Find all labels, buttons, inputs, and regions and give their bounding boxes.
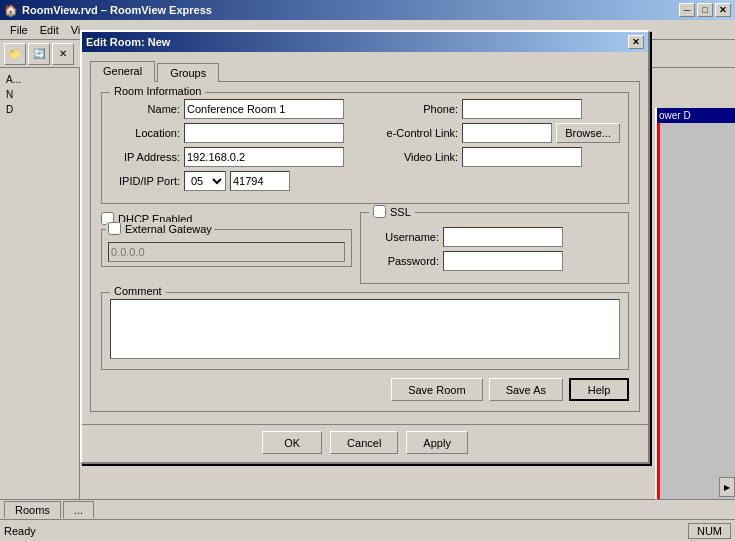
tab-general[interactable]: General [90, 61, 155, 82]
ssl-group: SSL Username: Password: [360, 212, 629, 284]
phone-input[interactable] [462, 99, 582, 119]
dialog-titlebar: Edit Room: New ✕ [82, 32, 648, 52]
dialog-bottom-buttons: OK Cancel Apply [82, 424, 648, 462]
dialog-title: Edit Room: New [86, 36, 170, 48]
external-gateway-label: External Gateway [125, 223, 212, 235]
external-gateway-checkbox[interactable] [108, 222, 121, 235]
lower-section: DHCP Enabled External Gateway [101, 212, 629, 284]
tab-groups[interactable]: Groups [157, 63, 219, 82]
video-row: Video Link: [368, 147, 620, 167]
phone-row: Phone: [368, 99, 620, 119]
location-input[interactable] [184, 123, 344, 143]
username-row: Username: [369, 227, 620, 247]
ssl-checkbox[interactable] [373, 205, 386, 218]
comment-label: Comment [110, 285, 166, 297]
location-label: Location: [110, 127, 180, 139]
room-info-group: Room Information Name: [101, 92, 629, 204]
browse-button[interactable]: Browse... [556, 123, 620, 143]
ip-input[interactable] [184, 147, 344, 167]
comment-group: Comment [101, 292, 629, 370]
econtrol-input[interactable] [462, 123, 552, 143]
apply-button[interactable]: Apply [406, 431, 468, 454]
tab-content-general: Room Information Name: [90, 81, 640, 412]
room-info-cols: Name: Location: IP Addre [110, 99, 620, 195]
main-window: 🏠 RoomView.rvd – RoomView Express ─ □ ✕ … [0, 0, 735, 541]
dialog-save-actions: Save Room Save As Help [101, 378, 629, 401]
username-input[interactable] [443, 227, 563, 247]
gateway-input[interactable] [108, 242, 345, 262]
ipid-label: IPID/IP Port: [110, 175, 180, 187]
video-input[interactable] [462, 147, 582, 167]
gateway-input-row [108, 242, 345, 262]
ssl-label: SSL [390, 206, 411, 218]
lower-left: DHCP Enabled External Gateway [101, 212, 352, 284]
room-info-left: Name: Location: IP Addre [110, 99, 360, 195]
port-input[interactable] [230, 171, 290, 191]
edit-room-dialog: Edit Room: New ✕ General Groups Room Inf… [80, 30, 650, 464]
ok-button[interactable]: OK [262, 431, 322, 454]
external-gateway-checkbox-label[interactable]: External Gateway [106, 222, 214, 235]
name-row: Name: [110, 99, 360, 119]
password-label: Password: [369, 255, 439, 267]
ssl-fields: Username: Password: [369, 227, 620, 271]
room-info-label: Room Information [110, 85, 205, 97]
save-as-button[interactable]: Save As [489, 378, 563, 401]
video-label: Video Link: [368, 151, 458, 163]
econtrol-label: e-Control Link: [368, 127, 458, 139]
password-row: Password: [369, 251, 620, 271]
name-label: Name: [110, 103, 180, 115]
room-info-right: Phone: e-Control Link: Browse... [368, 99, 620, 195]
dialog-tabs: General Groups [90, 60, 640, 81]
ipid-select[interactable]: 01020304 05060708 [184, 171, 226, 191]
econtrol-row: e-Control Link: Browse... [368, 123, 620, 143]
name-input[interactable] [184, 99, 344, 119]
comment-textarea[interactable] [110, 299, 620, 359]
location-row: Location: [110, 123, 360, 143]
dialog-close-button[interactable]: ✕ [628, 35, 644, 49]
external-gateway-group: External Gateway [101, 229, 352, 267]
dialog-body: General Groups Room Information [82, 52, 648, 420]
phone-label: Phone: [368, 103, 458, 115]
dialog-overlay: Edit Room: New ✕ General Groups Room Inf… [0, 0, 735, 541]
cancel-button[interactable]: Cancel [330, 431, 398, 454]
ssl-label-row: SSL [369, 205, 415, 218]
ipid-row: IPID/IP Port: 01020304 05060708 [110, 171, 360, 191]
save-room-button[interactable]: Save Room [391, 378, 482, 401]
help-button[interactable]: Help [569, 378, 629, 401]
username-label: Username: [369, 231, 439, 243]
password-input[interactable] [443, 251, 563, 271]
ip-label: IP Address: [110, 151, 180, 163]
ip-row: IP Address: [110, 147, 360, 167]
